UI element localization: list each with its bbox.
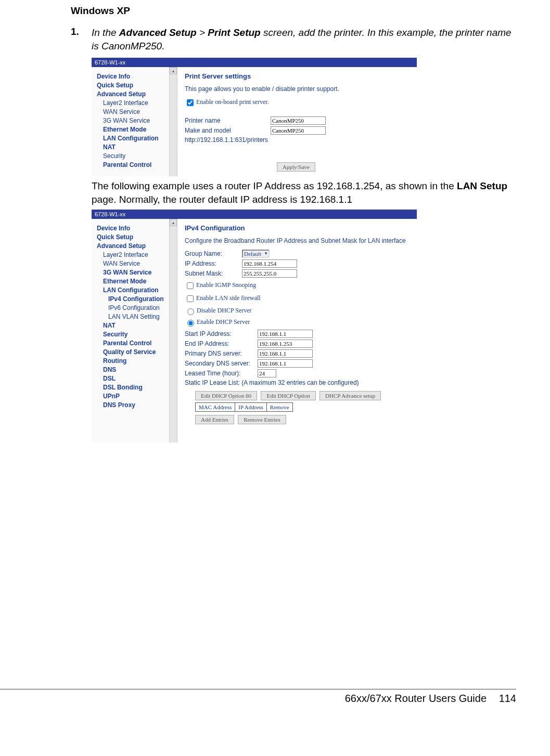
printer-name-input[interactable] (271, 116, 326, 125)
make-model-input[interactable] (271, 126, 326, 135)
nav-ipv4[interactable]: IPv4 Configuration (108, 295, 177, 303)
radio-icon[interactable] (187, 308, 194, 315)
remove-entries-button[interactable]: Remove Entries (238, 415, 286, 424)
nav-dns[interactable]: DNS (103, 366, 177, 373)
enable-print-server-checkbox[interactable]: Enable on-board print server. (185, 98, 410, 108)
screenshot-print-server: 6728-W1-xx ▴ Device Info Quick Setup Adv… (92, 58, 417, 176)
th-remove: Remove (266, 403, 292, 412)
screenshot-ipv4-config: 6728-W1-xx ▴ Device Info Quick Setup Adv… (92, 210, 417, 442)
nav-dsl[interactable]: DSL (103, 375, 177, 382)
leased-time-input[interactable] (258, 369, 276, 377)
disable-dhcp-radio[interactable]: Disable DHCP Server (185, 307, 410, 315)
step-gt: > (197, 27, 208, 38)
nav-vlan[interactable]: LAN VLAN Setting (108, 313, 177, 320)
content-title: Print Server settings (185, 72, 410, 80)
content-desc: Configure the Broadband Router IP Addres… (185, 237, 410, 244)
nav-advanced-setup[interactable]: Advanced Setup (97, 90, 177, 98)
printer-url: http://192.168.1.1:631/printers (185, 136, 268, 144)
step-text: In the Advanced Setup > Print Setup scre… (92, 26, 516, 53)
nav-security[interactable]: Security (103, 152, 177, 160)
paragraph-lan-setup: The following example uses a router IP A… (92, 179, 516, 206)
sdns-input[interactable] (258, 359, 313, 368)
nav-3gwan[interactable]: 3G WAN Service (103, 269, 177, 276)
sdns-label: Secondary DNS server: (185, 360, 258, 367)
checkbox-icon[interactable] (187, 282, 194, 289)
scrollbar[interactable]: ▴ (169, 67, 177, 176)
nav-ethernet[interactable]: Ethernet Mode (103, 278, 177, 285)
para-a: The following example uses a router IP A… (92, 180, 457, 191)
nav-security[interactable]: Security (103, 331, 177, 338)
page-number: 114 (499, 693, 516, 705)
nav-nat[interactable]: NAT (103, 144, 177, 151)
scroll-up-icon[interactable]: ▴ (170, 219, 177, 226)
add-entries-button[interactable]: Add Entries (195, 415, 234, 424)
step-bold-1: Advanced Setup (119, 27, 197, 38)
nav-lan[interactable]: LAN Configuration (103, 135, 177, 142)
edit-opt-button[interactable]: Edit DHCP Option (261, 391, 315, 400)
igmp-checkbox[interactable]: Enable IGMP Snooping (185, 281, 410, 291)
scrollbar[interactable]: ▴ (169, 219, 177, 442)
ip-address-label: IP Address: (185, 260, 242, 267)
section-heading: Windows XP (71, 5, 516, 17)
radio-icon[interactable] (187, 320, 194, 327)
sidebar: ▴ Device Info Quick Setup Advanced Setup… (92, 219, 177, 442)
apply-save-button[interactable]: Apply/Save (277, 162, 315, 172)
edit-opt60-button[interactable]: Edit DHCP Option 60 (195, 391, 257, 400)
nav-quick-setup[interactable]: Quick Setup (97, 82, 177, 89)
th-ip: IP Address (235, 403, 267, 412)
enable-dhcp-radio[interactable]: Enable DHCP Server (185, 318, 410, 327)
step-number: 1. (71, 26, 92, 53)
nav-layer2[interactable]: Layer2 Interface (103, 251, 177, 258)
firewall-label: Enable LAN side firewall (196, 294, 261, 302)
subnet-mask-label: Subnet Mask: (185, 270, 242, 277)
nav-wan[interactable]: WAN Service (103, 108, 177, 115)
nav-upnp[interactable]: UPnP (103, 393, 177, 400)
content-title: IPv4 Configuration (185, 224, 410, 232)
nav-quick-setup[interactable]: Quick Setup (97, 233, 177, 241)
nav-dsl-bonding[interactable]: DSL Bonding (103, 384, 177, 391)
pdns-label: Primary DNS server: (185, 350, 258, 357)
nav-routing[interactable]: Routing (103, 357, 177, 364)
dhcp-advance-button[interactable]: DHCP Advance setup (319, 391, 381, 400)
para-b: LAN Setup (457, 180, 507, 191)
nav-advanced-setup[interactable]: Advanced Setup (97, 242, 177, 250)
start-ip-label: Start IP Address: (185, 330, 258, 337)
checkbox-icon[interactable] (187, 99, 194, 106)
content-pane: IPv4 Configuration Configure the Broadba… (177, 219, 417, 442)
nav-layer2[interactable]: Layer2 Interface (103, 99, 177, 107)
nav-ethernet[interactable]: Ethernet Mode (103, 126, 177, 133)
lease-table: MAC AddressIP AddressRemove (195, 402, 293, 412)
pdns-input[interactable] (258, 349, 313, 358)
nav-qos[interactable]: Quality of Service (103, 348, 177, 356)
nav-parental[interactable]: Parental Control (103, 161, 177, 168)
group-name-select[interactable]: Default (242, 250, 270, 258)
checkbox-label: Enable on-board print server. (196, 99, 269, 106)
igmp-label: Enable IGMP Snooping (196, 281, 256, 289)
nav-parental[interactable]: Parental Control (103, 340, 177, 347)
step-text-intro: In the (92, 27, 119, 38)
page-footer: 66xx/67xx Router Users Guide 114 (0, 689, 516, 705)
th-mac: MAC Address (196, 403, 235, 412)
nav-wan[interactable]: WAN Service (103, 260, 177, 267)
leased-time-label: Leased Time (hour): (185, 370, 258, 377)
nav-device-info[interactable]: Device Info (97, 225, 177, 232)
printer-name-label: Printer name (185, 117, 271, 124)
nav-nat[interactable]: NAT (103, 322, 177, 329)
ip-address-input[interactable] (242, 259, 297, 268)
nav-lan[interactable]: LAN Configuration (103, 286, 177, 294)
scroll-up-icon[interactable]: ▴ (170, 67, 177, 74)
checkbox-icon[interactable] (187, 295, 194, 302)
nav-device-info[interactable]: Device Info (97, 73, 177, 80)
static-lease-text: Static IP Lease List: (A maximum 32 entr… (185, 379, 359, 386)
nav-ipv6[interactable]: IPv6 Configuration (108, 304, 177, 311)
start-ip-input[interactable] (258, 330, 313, 338)
enable-dhcp-label: Enable DHCP Server (197, 318, 250, 325)
end-ip-label: End IP Address: (185, 340, 258, 347)
title-bar: 6728-W1-xx (92, 58, 417, 67)
nav-dns-proxy[interactable]: DNS Proxy (103, 401, 177, 409)
firewall-checkbox[interactable]: Enable LAN side firewall (185, 294, 410, 304)
subnet-mask-input[interactable] (242, 269, 297, 278)
nav-3gwan[interactable]: 3G WAN Service (103, 117, 177, 124)
title-bar: 6728-W1-xx (92, 210, 417, 219)
end-ip-input[interactable] (258, 340, 313, 348)
